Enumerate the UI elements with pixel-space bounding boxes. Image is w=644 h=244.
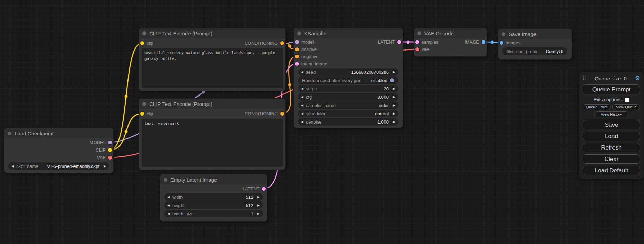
collapse-dot-icon[interactable] [297,31,301,35]
widget-label: sampler_name [306,103,336,108]
decrement-arrow-icon[interactable]: ◀ [299,120,306,124]
widget-label: steps [306,86,317,91]
sampler-name-widget[interactable]: ◀ sampler_name euler ▶ [298,101,398,109]
scheduler-widget[interactable]: ◀ scheduler normal ▶ [298,110,398,117]
increment-arrow-icon[interactable]: ▶ [390,95,398,99]
clear-button[interactable]: Clear [583,154,640,164]
node-title-bar[interactable]: KSampler [294,28,403,38]
save-button[interactable]: Save [583,120,640,129]
conditioning-output-port[interactable] [280,41,284,45]
samples-input-port[interactable] [415,40,419,44]
vae-output-port[interactable] [108,156,112,160]
node-load-checkpoint[interactable]: Load Checkpoint MODEL CLIP VAE ◀ ckpt_na… [4,128,113,173]
increment-arrow-icon[interactable]: ▶ [390,70,398,74]
queue-front-button[interactable]: Queue Front [583,104,611,110]
toggle-indicator-icon[interactable] [390,78,394,82]
decrement-arrow-icon[interactable]: ◀ [165,212,172,215]
model-input-port[interactable] [295,40,299,44]
settings-gear-icon[interactable]: ⚙ [635,75,640,82]
steps-widget[interactable]: ◀ steps 20 ▶ [298,85,398,92]
input-slot-latent-image: latent_image [294,60,403,67]
view-history-button[interactable]: View History [594,111,628,117]
slot-label: vae [422,47,429,52]
slot-label: CONDITIONING [245,40,278,46]
widget-value: 512 [246,195,255,200]
increment-arrow-icon[interactable]: ▶ [390,103,398,107]
width-widget[interactable]: ◀ width 512 ▶ [164,193,263,201]
collapse-dot-icon[interactable] [164,178,167,182]
seed-widget[interactable]: ◀ seed 156680208700286 ▶ [298,68,398,76]
decrement-arrow-icon[interactable]: ◀ [165,195,172,199]
view-queue-button[interactable]: View Queue [612,104,641,110]
decrement-arrow-icon[interactable]: ◀ [299,70,306,74]
output-slot-model: MODEL [4,138,113,146]
increment-arrow-icon[interactable]: ▶ [390,87,398,90]
decrement-arrow-icon[interactable]: ◀ [9,164,16,168]
node-save-image[interactable]: Save Image images filename_prefix ComfyU… [498,29,572,59]
increment-arrow-icon[interactable]: ▶ [390,112,398,115]
ckpt-name-widget[interactable]: ◀ ckpt_name v1-5-pruned-emaonly.ckpt ▶ [8,162,109,170]
increment-arrow-icon[interactable]: ▶ [255,212,262,215]
collapse-dot-icon[interactable] [502,32,505,36]
node-vae-decode[interactable]: VAE Decode samples IMAGE vae [414,28,487,56]
node-ksampler[interactable]: KSampler model LATENT positive negative … [294,28,403,128]
node-empty-latent-image[interactable]: Empty Latent Image LATENT ◀ width 512 ▶ … [160,174,267,221]
negative-prompt-textarea[interactable]: text, watermark [142,119,283,167]
batch-size-widget[interactable]: ◀ batch_size 1 ▶ [164,210,263,217]
latent-output-port[interactable] [397,40,401,44]
node-clip-text-encode-positive[interactable]: CLIP Text Encode (Prompt) clip CONDITION… [139,28,285,91]
model-output-port[interactable] [108,141,112,144]
slot-label: VAE [97,155,106,160]
images-input-port[interactable] [500,41,503,45]
increment-arrow-icon[interactable]: ▶ [255,195,262,199]
vae-input-port[interactable] [415,47,419,51]
node-title-bar[interactable]: Empty Latent Image [160,174,267,185]
clip-input-port[interactable] [140,112,144,116]
latent-image-input-port[interactable] [295,62,299,66]
image-output-port[interactable] [482,40,485,44]
node-title-bar[interactable]: Load Checkpoint [4,128,113,138]
positive-prompt-textarea[interactable]: beautiful scenery nature glass bottle la… [142,48,283,88]
latent-output-port[interactable] [262,187,266,191]
collapse-dot-icon[interactable] [142,102,146,106]
widget-label: height [172,203,184,208]
menu-header: ⠿ Queue size: 0 ⚙ [583,75,640,82]
increment-arrow-icon[interactable]: ▶ [390,120,398,124]
load-default-button[interactable]: Load Default [583,166,640,175]
collapse-dot-icon[interactable] [142,31,146,35]
collapse-dot-icon[interactable] [8,132,11,135]
conditioning-output-port[interactable] [280,112,284,116]
filename-prefix-widget[interactable]: filename_prefix ComfyUI [502,47,567,55]
clip-input-port[interactable] [140,41,144,45]
cfg-widget[interactable]: ◀ cfg 8.000 ▶ [298,93,398,101]
decrement-arrow-icon[interactable]: ◀ [165,204,172,207]
node-title-bar[interactable]: CLIP Text Encode (Prompt) [139,99,285,109]
widget-label: scheduler [306,111,325,116]
refresh-button[interactable]: Refresh [583,143,640,152]
denoise-widget[interactable]: ◀ denoise 1.000 ▶ [298,118,398,126]
output-slot-vae: VAE [4,154,113,161]
widget-value: ComfyUI [546,49,563,54]
node-title-bar[interactable]: CLIP Text Encode (Prompt) [139,28,285,38]
negative-input-port[interactable] [295,55,299,58]
extra-options-checkbox[interactable] [625,98,629,102]
increment-arrow-icon[interactable]: ▶ [101,164,108,168]
decrement-arrow-icon[interactable]: ◀ [299,112,306,115]
queue-prompt-button[interactable]: Queue Prompt [583,84,640,94]
drag-handle-icon[interactable]: ⠿ [583,76,586,81]
node-clip-text-encode-negative[interactable]: CLIP Text Encode (Prompt) clip CONDITION… [139,99,285,170]
height-widget[interactable]: ◀ height 512 ▶ [164,201,263,209]
positive-input-port[interactable] [295,47,299,51]
collapse-dot-icon[interactable] [417,31,421,35]
load-button[interactable]: Load [583,132,640,141]
decrement-arrow-icon[interactable]: ◀ [299,87,306,90]
node-title-bar[interactable]: VAE Decode [414,28,487,38]
clip-output-port[interactable] [108,148,112,152]
queue-size-label: Queue size: 0 [586,75,635,81]
random-seed-toggle[interactable]: Random seed after every gen enabled [298,76,398,84]
increment-arrow-icon[interactable]: ▶ [255,204,262,207]
slot-label: clip [147,40,153,46]
decrement-arrow-icon[interactable]: ◀ [299,95,306,99]
decrement-arrow-icon[interactable]: ◀ [299,103,306,107]
node-title-bar[interactable]: Save Image [498,29,572,39]
